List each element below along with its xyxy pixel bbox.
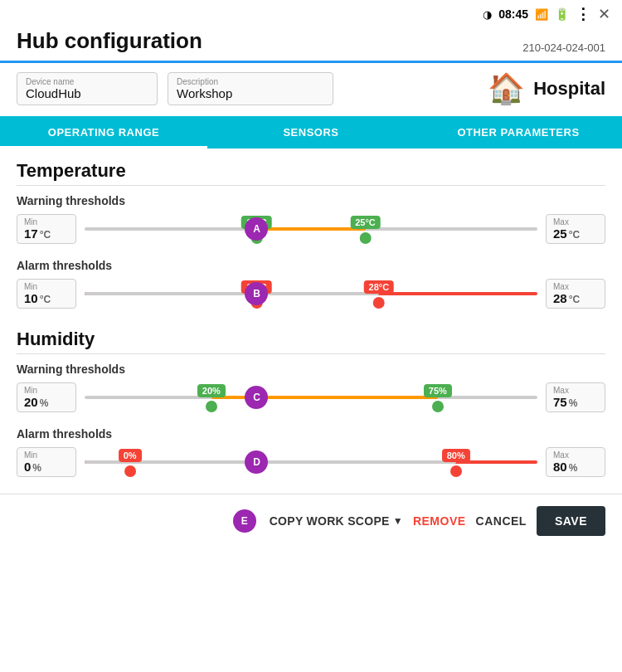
building-info: 🏠 Hospital (488, 71, 605, 106)
humidity-warning-min-label: Min (24, 386, 69, 395)
temp-warning-min-value: 17°C (24, 226, 69, 241)
humidity-alarm-min-label: Min (24, 450, 69, 460)
temp-alarm-right-thumb[interactable] (373, 297, 385, 309)
device-name-value: CloudHub (26, 86, 148, 100)
temp-alarm-min-box[interactable]: Min 10°C (17, 279, 76, 309)
humidity-alarm-slider-row: Min 0% D 0% 80% (17, 447, 605, 477)
humidity-warning-left-tag: 20% (197, 384, 226, 397)
temp-alarm-fill (85, 292, 379, 295)
humidity-alarm-marker-d: D (245, 450, 268, 474)
humidity-alarm-min-value: 0% (24, 460, 69, 474)
temp-warning-right-thumb[interactable] (360, 232, 372, 244)
humidity-alarm-right-tag: 80% (442, 449, 470, 462)
time-display: 08:45 (498, 7, 528, 21)
temp-warning-fill (256, 227, 365, 231)
marker-e: E (233, 509, 256, 533)
save-button[interactable]: SAVE (537, 506, 605, 536)
tab-other-parameters[interactable]: OTHER PARAMETERS (415, 116, 622, 149)
humidity-warning-min-box[interactable]: Min 20% (17, 382, 76, 412)
page-title: Hub configuration (17, 28, 202, 54)
status-bar: ◑ 08:45 📶 🔋 ⋮ ✕ (0, 0, 622, 28)
humidity-warning-right-tag: 75% (424, 384, 452, 397)
menu-icon[interactable]: ⋮ (576, 5, 591, 23)
temp-warning-max-box[interactable]: Max 25°C (546, 214, 605, 244)
bottom-bar: E COPY WORK SCOPE ▼ REMOVE CANCEL SAVE (0, 494, 622, 548)
humidity-alarm-right-thumb[interactable] (450, 465, 462, 477)
temp-alarm-max-label: Max (553, 282, 598, 291)
humidity-warning-slider-row: Min 20% C 20% 75% (17, 382, 605, 412)
humidity-alarm-label: Alarm thresholds (17, 427, 605, 441)
humidity-alarm-left-tag: 0% (119, 449, 142, 462)
temp-alarm-slider-row: Min 10°C B 10°C 28°C (17, 279, 605, 309)
temp-warning-right-tag: 25°C (350, 216, 381, 229)
temp-warning-marker-a: A (245, 217, 268, 241)
building-name: Hospital (533, 78, 605, 100)
humidity-warning-min-value: 20% (24, 395, 69, 409)
temperature-section-title: Temperature (17, 149, 605, 186)
humidity-alarm-max-label: Max (553, 450, 598, 460)
humidity-alarm-max-box[interactable]: Max 80% (546, 447, 605, 477)
remove-button[interactable]: REMOVE (413, 514, 466, 528)
battery-icon: 🔋 (555, 7, 569, 21)
copy-work-scope-button[interactable]: COPY WORK SCOPE ▼ (270, 514, 403, 528)
copy-arrow-icon: ▼ (393, 515, 403, 527)
temp-alarm-right-tag: 28°C (364, 280, 395, 294)
temp-alarm-marker-b: B (245, 282, 268, 305)
humidity-section-title: Humidity (17, 317, 605, 354)
temp-alarm-track[interactable]: B 10°C 28°C (85, 279, 537, 309)
close-icon[interactable]: ✕ (598, 5, 610, 23)
humidity-warning-track[interactable]: C 20% 75% (85, 382, 537, 412)
humidity-alarm-track[interactable]: D 0% 80% (85, 447, 537, 477)
device-name-label: Device name (26, 77, 148, 86)
temp-warning-slider-row: Min 17°C A 17°C 25°C (17, 214, 605, 244)
temp-alarm-label: Alarm thresholds (17, 259, 605, 272)
humidity-warning-label: Warning thresholds (17, 363, 605, 376)
temp-alarm-min-value: 10°C (24, 291, 69, 305)
temp-alarm-max-box[interactable]: Max 28°C (546, 279, 605, 309)
tab-operating-range[interactable]: OPERATING RANGE (0, 116, 207, 149)
humidity-alarm-min-box[interactable]: Min 0% (17, 447, 76, 477)
temp-warning-min-box[interactable]: Min 17°C (17, 214, 76, 244)
tabs-container: OPERATING RANGE SENSORS OTHER PARAMETERS (0, 116, 622, 149)
description-value: Workshop (177, 86, 324, 100)
temp-warning-max-value: 25°C (553, 226, 598, 241)
device-name-field[interactable]: Device name CloudHub (17, 72, 158, 105)
temp-warning-label: Warning thresholds (17, 194, 605, 207)
half-circle-icon: ◑ (483, 8, 492, 21)
temp-warning-min-label: Min (24, 217, 69, 226)
tab-sensors[interactable]: SENSORS (207, 116, 415, 149)
humidity-alarm-left-thumb[interactable] (124, 465, 136, 477)
humidity-warning-max-value: 75% (553, 395, 598, 409)
description-field[interactable]: Description Workshop (168, 72, 333, 105)
humidity-alarm-max-value: 80% (553, 460, 598, 474)
building-icon: 🏠 (488, 71, 525, 106)
description-label: Description (177, 77, 324, 86)
device-info-row: Device name CloudHub Description Worksho… (0, 63, 622, 116)
humidity-warning-max-box[interactable]: Max 75% (546, 382, 605, 412)
temp-alarm-min-label: Min (24, 282, 69, 291)
content-area: Temperature Warning thresholds Min 17°C … (0, 149, 622, 477)
humidity-warning-marker-c: C (245, 386, 268, 409)
temp-warning-max-label: Max (553, 217, 598, 226)
temp-alarm-max-value: 28°C (553, 291, 598, 305)
device-id: 210-024-024-001 (522, 41, 605, 54)
humidity-warning-max-label: Max (553, 386, 598, 395)
signal-icon: 📶 (535, 8, 548, 21)
humidity-warning-left-thumb[interactable] (206, 401, 217, 412)
cancel-button[interactable]: CANCEL (476, 514, 527, 528)
header: Hub configuration 210-024-024-001 (0, 28, 622, 63)
humidity-warning-right-thumb[interactable] (432, 401, 444, 412)
temp-warning-track[interactable]: A 17°C 25°C (85, 214, 537, 244)
